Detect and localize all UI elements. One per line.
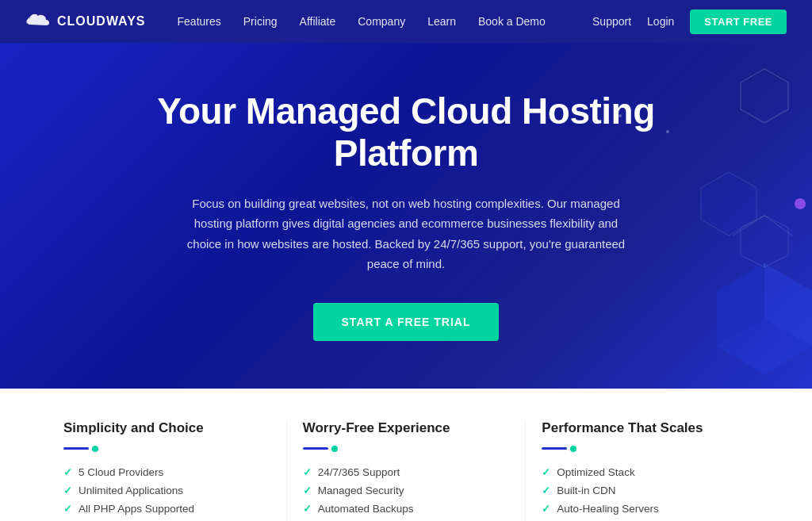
svg-marker-9 [701,172,756,236]
list-item: ✓ Unlimited Applications [63,485,270,496]
feature-list-3: ✓ Optimized Stack ✓ Built-in CDN ✓ Auto-… [542,466,749,521]
list-item: ✓ Optimized Stack [542,466,749,478]
svg-marker-0 [741,69,788,123]
feature-col-3: Performance That Scales ✓ Optimized Stac… [526,420,764,521]
nav-pricing[interactable]: Pricing [243,15,278,28]
navbar: CLOUDWAYS Features Pricing Affiliate Com… [0,0,812,43]
hero-subtitle: Focus on building great websites, not on… [176,193,636,274]
trial-cta-button[interactable]: START A FREE TRIAL [313,303,500,341]
divider-line-3 [542,447,567,450]
check-icon: ✓ [63,503,72,515]
features-section: Simplicity and Choice ✓ 5 Cloud Provider… [0,389,812,521]
divider-line-1 [63,447,89,450]
divider-dot-2 [331,446,338,452]
check-icon: ✓ [303,466,312,478]
feature-list-1: ✓ 5 Cloud Providers ✓ Unlimited Applicat… [63,466,270,521]
feature-divider-1 [63,446,270,452]
list-item: ✓ All PHP Apps Supported [63,503,270,515]
nav-support[interactable]: Support [592,15,631,28]
svg-marker-1 [717,263,812,374]
nav-learn[interactable]: Learn [427,15,456,28]
hero-section: Your Managed Cloud Hosting Platform Focu… [0,43,812,389]
list-item: ✓ 24/7/365 Support [303,466,510,478]
svg-marker-3 [764,263,812,347]
nav-features[interactable]: Features [178,15,221,28]
nav-login[interactable]: Login [647,15,674,28]
list-item: ✓ Managed Security [303,485,510,496]
svg-point-5 [795,198,806,209]
hero-content: Your Managed Cloud Hosting Platform Focu… [128,90,684,341]
feature-title-2: Worry-Free Experience [303,420,510,436]
nav-affiliate[interactable]: Affiliate [300,15,336,28]
svg-line-8 [764,216,792,236]
nav-links: Features Pricing Affiliate Company Learn… [178,15,593,28]
list-item: ✓ Built-in CDN [542,485,749,496]
list-item: ✓ Auto-Healing Servers [542,503,749,515]
nav-company[interactable]: Company [358,15,405,28]
feature-col-1: Simplicity and Choice ✓ 5 Cloud Provider… [48,420,287,521]
svg-marker-4 [741,216,788,267]
check-icon: ✓ [542,503,550,515]
brand-logo[interactable]: CLOUDWAYS [25,10,146,33]
feature-col-2: Worry-Free Experience ✓ 24/7/365 Support… [287,420,527,521]
list-item: ✓ 5 Cloud Providers [63,466,270,478]
check-icon: ✓ [63,485,72,496]
feature-title-3: Performance That Scales [542,420,749,436]
feature-divider-3 [542,446,749,452]
check-icon: ✓ [63,466,72,478]
nav-right: Support Login START FREE [592,10,787,34]
nav-book-demo[interactable]: Book a Demo [478,15,546,28]
feature-divider-2 [303,446,510,452]
feature-title-1: Simplicity and Choice [63,420,270,436]
feature-list-2: ✓ 24/7/365 Support ✓ Managed Security ✓ … [303,466,510,521]
hero-title: Your Managed Cloud Hosting Platform [128,90,684,174]
cloud-icon [25,10,51,33]
svg-line-7 [733,216,764,236]
brand-name-text: CLOUDWAYS [57,14,146,29]
check-icon: ✓ [542,485,550,496]
svg-marker-2 [717,263,764,347]
divider-dot-1 [92,446,98,452]
start-free-button[interactable]: START FREE [690,10,787,34]
divider-dot-3 [570,446,576,452]
list-item: ✓ Automated Backups [303,503,510,515]
check-icon: ✓ [303,485,312,496]
divider-line-2 [303,447,328,450]
check-icon: ✓ [542,466,550,478]
check-icon: ✓ [303,503,312,515]
